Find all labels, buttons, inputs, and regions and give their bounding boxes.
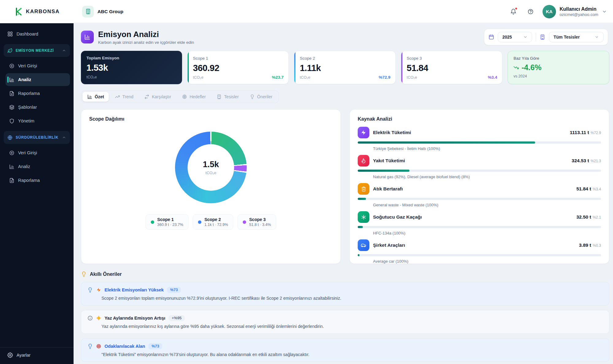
legend-dot [243, 220, 246, 224]
sidebar-section-label: EMİSYON MERKEZİ [16, 48, 59, 53]
info-icon [87, 315, 93, 321]
suggestion-card-odak-alan[interactable]: Odaklanılacak Alan %73 "Elektrik Tüketim… [81, 338, 609, 362]
sidebar-section-emisyon[interactable]: EMİSYON MERKEZİ [4, 44, 70, 57]
source-row-sirket[interactable]: Şirket Araçları 3.89 t%0.3 Average car (… [358, 239, 601, 264]
tab-oneriler[interactable]: Öneriler [245, 92, 277, 102]
kpi-percent: %72.9 [379, 75, 390, 80]
tab-trend[interactable]: Trend [110, 92, 138, 102]
suggestion-badge: %73 [167, 287, 181, 293]
karbonsa-logo-icon [14, 7, 23, 16]
scope-donut[interactable]: 1.5k tCO₂e [175, 132, 247, 203]
sidebar-item-label: Raporlama [18, 178, 40, 183]
legend-item-scope3[interactable]: Scope 3 51.8 t · 3.4% [238, 214, 276, 230]
sidebar-nav: Dashboard EMİSYON MERKEZİ Veri Girişi An… [0, 23, 74, 347]
year-value: 2025 [502, 35, 512, 39]
sidebar-section-surdurulebilirlik[interactable]: SÜRDÜRÜLEBİLİRLİK [4, 131, 70, 144]
progress-fill [358, 226, 363, 228]
zap-icon [358, 127, 369, 138]
tab-ozet[interactable]: Özet [82, 92, 109, 102]
page-content: Emisyon Analizi Karbon ayak izinizi anal… [74, 23, 613, 364]
target-icon [96, 344, 101, 349]
zap-icon [96, 287, 101, 292]
suggestions-header: Akıllı Öneriler [81, 271, 609, 277]
page-subtitle: Karbon ayak izinizi analiz edin ve içgör… [98, 40, 194, 45]
bar-chart-icon [9, 77, 14, 82]
kpi-baseline-change[interactable]: Baz Yıla Göre -4.6% vs 2024 [508, 51, 609, 84]
sidebar-section-label: SÜRDÜRÜLEBİLİRLİK [16, 135, 59, 140]
legend-item-scope2[interactable]: Scope 2 1.1k t · 72.9% [193, 214, 233, 230]
plus-circle-icon [9, 63, 14, 69]
suggestion-card-yaz-artisi[interactable]: Yaz Aylarında Emisyon Artışı +%95 Yaz ay… [81, 310, 609, 334]
sidebar-item-sablonlar[interactable]: Şablonlar [6, 101, 70, 114]
topbar: ABC Group KA Kullanıcı Admin ozicmet@yah… [74, 0, 613, 23]
settings-label: Ayarlar [17, 353, 31, 358]
suggestion-badge: +%95 [169, 315, 185, 321]
progress-track [358, 198, 601, 200]
suggestions-title: Akıllı Öneriler [90, 272, 122, 277]
progress-track [358, 226, 601, 228]
source-row-yakit[interactable]: Yakıt Tüketimi 324.53 t%21.3 Natural gas… [358, 155, 601, 179]
kpi-scope1[interactable]: Scope 1 360.92 tCO₂e %23.7 [187, 51, 289, 84]
sidebar-item-label: Şablonlar [18, 105, 37, 110]
divider [536, 33, 536, 41]
progress-fill [358, 254, 360, 256]
trending-down-icon [513, 65, 519, 70]
lightbulb-icon [87, 287, 93, 293]
sidebar-item-analiz-2[interactable]: Analiz [6, 160, 70, 173]
page-title: Emisyon Analizi [98, 30, 194, 39]
bar-chart-icon [9, 164, 14, 169]
kpi-scope3[interactable]: Scope 3 51.84 tCO₂e %3.4 [401, 51, 503, 84]
source-row-atik[interactable]: Atık Bertarafı 51.84 t%3.4 General waste… [358, 183, 601, 207]
year-select[interactable]: 2025 [498, 32, 532, 42]
leaf-icon [7, 48, 13, 53]
tab-hedefler[interactable]: Hedefler [177, 92, 211, 102]
sidebar-item-veri-girisi-2[interactable]: Veri Girişi [6, 146, 70, 159]
sidebar-item-dashboard[interactable]: Dashboard [4, 28, 70, 40]
sidebar-item-label: Raporlama [18, 91, 40, 96]
help-button[interactable] [525, 6, 536, 17]
view-tabs: Özet Trend Karşılaştır Hedefler Tesisler [81, 90, 279, 103]
card-title: Kaynak Analizi [358, 116, 601, 122]
sidebar-item-label: Veri Girişi [18, 150, 37, 155]
sidebar-item-raporlama[interactable]: Raporlama [6, 87, 70, 100]
suggestion-card-elektrik-yuksek[interactable]: Elektrik Emisyonları Yüksek %73 Scope 2 … [81, 282, 609, 306]
kpi-row: Toplam Emisyon 1.53k tCO₂e Scope 1 360.9… [81, 51, 609, 84]
lightbulb-icon [81, 271, 87, 277]
kpi-total-emission[interactable]: Toplam Emisyon 1.53k tCO₂e [81, 51, 182, 84]
source-row-sogutucu[interactable]: Soğutucu Gaz Kaçağı 32.50 t%2.1 HFC-134a… [358, 211, 601, 235]
company-switcher[interactable]: ABC Group [82, 6, 123, 17]
tab-karsilastir[interactable]: Karşılaştır [139, 92, 176, 102]
kpi-scope2[interactable]: Scope 2 1.11k tCO₂e %72.9 [294, 51, 396, 84]
flame-icon [358, 155, 369, 167]
company-name: ABC Group [97, 9, 123, 14]
legend-item-scope1[interactable]: Scope 1 360.9 t · 23.7% [146, 214, 188, 230]
sidebar-item-veri-girisi[interactable]: Veri Girişi [6, 59, 70, 72]
trending-up-icon [115, 94, 120, 99]
notifications-button[interactable] [508, 6, 519, 17]
sun-icon [96, 316, 101, 321]
sidebar-item-yonetim[interactable]: Yönetim [6, 114, 70, 127]
sidebar-item-label: Yönetim [18, 118, 34, 123]
user-menu[interactable]: KA Kullanıcı Admin ozicmet@yahoo.com [543, 5, 607, 18]
sidebar-item-analiz[interactable]: Analiz [6, 73, 70, 86]
compare-arrows-icon [144, 94, 149, 99]
tab-tesisler[interactable]: Tesisler [212, 92, 243, 102]
chevron-up-icon [62, 135, 66, 140]
sidebar-item-raporlama-2[interactable]: Raporlama [6, 174, 70, 187]
user-name: Kullanıcı Admin [560, 6, 598, 12]
progress-track [358, 170, 601, 172]
main-area: ABC Group KA Kullanıcı Admin ozicmet@yah… [74, 0, 613, 364]
brand-logo[interactable]: KARBONSA [0, 0, 74, 23]
sidebar-item-label: Dashboard [17, 32, 38, 36]
source-row-elektrik[interactable]: Elektrik Tüketimi 1113.11 t%72.9 Türkiye… [358, 127, 601, 151]
sidebar-item-ayarlar[interactable]: Ayarlar [0, 347, 74, 364]
chevron-up-icon [62, 48, 66, 53]
help-circle-icon [527, 9, 534, 15]
kpi-percent: %3.4 [488, 75, 497, 80]
sidebar: KARBONSA Dashboard EMİSYON MERKEZİ Veri … [0, 0, 74, 364]
grid-icon [7, 31, 13, 37]
trash-icon [358, 183, 369, 195]
progress-track [358, 141, 601, 144]
progress-fill [358, 170, 409, 172]
facility-select[interactable]: Tüm Tesisler [549, 32, 603, 42]
